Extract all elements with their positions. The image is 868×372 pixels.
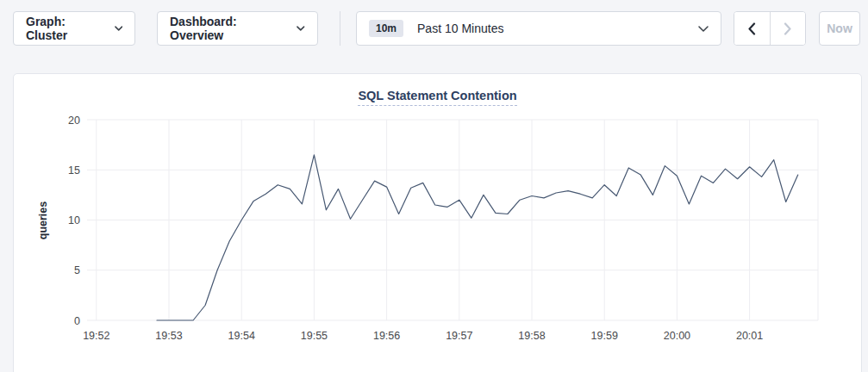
time-nav — [734, 11, 806, 46]
svg-text:19:59: 19:59 — [591, 330, 618, 342]
svg-text:19:52: 19:52 — [83, 330, 109, 342]
chart-area: queries 0510152019:5219:5319:5419:5519:5… — [14, 108, 863, 358]
graph-dropdown[interactable]: Graph: Cluster — [13, 11, 135, 46]
svg-text:20: 20 — [68, 115, 80, 127]
svg-text:19:57: 19:57 — [446, 330, 472, 342]
chart-card: SQL Statement Contention queries 0510152… — [13, 73, 862, 372]
time-range-selector[interactable]: 10m Past 10 Minutes — [356, 11, 721, 46]
svg-text:19:56: 19:56 — [373, 330, 400, 342]
chevron-right-icon — [784, 22, 792, 35]
time-back-button[interactable] — [734, 12, 771, 45]
chevron-down-icon — [297, 26, 305, 31]
chevron-left-icon — [747, 22, 756, 35]
now-button[interactable]: Now — [819, 11, 860, 46]
dashboard-dropdown-label: Dashboard: Overview — [170, 15, 288, 42]
svg-text:19:54: 19:54 — [228, 330, 255, 342]
chart-title-row: SQL Statement Contention — [14, 88, 861, 108]
svg-text:0: 0 — [74, 315, 80, 327]
svg-text:10: 10 — [68, 214, 80, 226]
svg-text:19:58: 19:58 — [518, 330, 545, 342]
time-range-badge: 10m — [369, 20, 403, 37]
svg-text:19:55: 19:55 — [301, 330, 328, 342]
y-axis-label: queries — [37, 202, 49, 239]
toolbar-divider — [340, 11, 340, 46]
time-forward-button[interactable] — [771, 12, 806, 45]
time-range-label: Past 10 Minutes — [417, 22, 698, 35]
toolbar: Graph: Cluster Dashboard: Overview 10m P… — [0, 0, 868, 60]
svg-text:15: 15 — [68, 164, 80, 177]
svg-text:20:00: 20:00 — [664, 330, 690, 342]
svg-text:20:01: 20:01 — [736, 330, 763, 342]
chart-title[interactable]: SQL Statement Contention — [358, 89, 516, 106]
graph-dropdown-label: Graph: Cluster — [26, 15, 106, 42]
chevron-down-icon — [698, 26, 709, 32]
svg-text:19:53: 19:53 — [155, 330, 182, 342]
sql-contention-line-chart: 0510152019:5219:5319:5419:5519:5619:5719… — [14, 108, 863, 358]
svg-text:5: 5 — [74, 264, 80, 276]
chevron-down-icon — [115, 26, 122, 31]
dashboard-dropdown[interactable]: Dashboard: Overview — [157, 11, 318, 46]
